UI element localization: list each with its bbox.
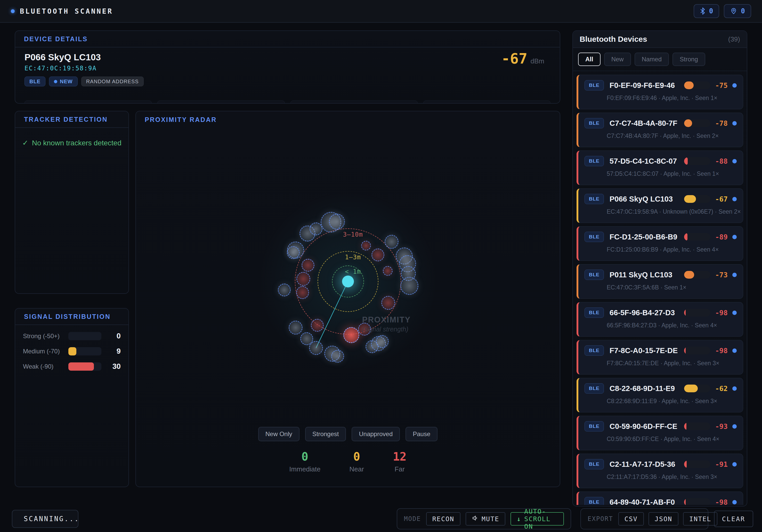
selected-device-name: P066 SkyQ LC103 — [25, 52, 551, 62]
radar-filter-unapproved[interactable]: Unapproved — [351, 427, 400, 441]
signal-strength-fill — [684, 157, 688, 165]
device-list-item[interactable]: BLEC7-C7-4B-4A-80-7F-78C7:C7:4B:4A:80:7F… — [576, 113, 743, 147]
device-name: FC-D1-25-00-B6-B9 — [610, 233, 677, 241]
device-name: C0-59-90-6D-FF-CE — [610, 422, 677, 431]
radar-device-dot[interactable] — [311, 319, 324, 332]
device-list[interactable]: BLEF0-EF-09-F6-E9-46-75F0:EF:09:F6:E9:46… — [573, 71, 747, 505]
device-list-item[interactable]: BLEFC-D1-25-00-B6-B9-89FC:D1:25:00:B6:B9… — [576, 226, 743, 261]
radar-canvas[interactable]: < 1m1–3m3–10mPROXIMITY(signal strength) — [136, 124, 560, 427]
radar-stat-label: Immediate — [289, 465, 320, 473]
radar-device-dot[interactable] — [302, 259, 314, 272]
device-list-item[interactable]: BLEC0-59-90-6D-FF-CE-93C0:59:90:6D:FF:CE… — [576, 416, 743, 450]
radar-device-dot[interactable] — [383, 266, 393, 276]
radar-device-dot[interactable] — [289, 321, 303, 335]
autoscroll-toggle[interactable]: ↓ AUTO-SCROLL ON — [510, 512, 564, 526]
device-badges: BLE NEW RANDOM ADDRESS — [25, 77, 551, 86]
radar-device-dot[interactable] — [385, 235, 399, 249]
radar-filter-new-only[interactable]: New Only — [258, 427, 299, 441]
device-rssi-value: -67 — [715, 195, 728, 203]
device-rssi-value: -73 — [715, 271, 728, 279]
radar-device-dot[interactable] — [296, 272, 310, 286]
device-list-item[interactable]: BLE64-89-40-71-AB-F0-9864:89:40:71:AB:F0… — [576, 492, 743, 505]
device-rssi-value: -78 — [715, 119, 728, 127]
device-subtitle: C0:59:90:6D:FF:CE · Apple, Inc. · Seen 4… — [607, 435, 737, 442]
ble-badge: BLE — [584, 497, 604, 505]
location-count: 0 — [741, 7, 745, 15]
mute-button[interactable]: MUTE — [466, 512, 505, 526]
ble-badge: BLE — [584, 421, 604, 432]
device-list-item[interactable]: BLEF7-8C-A0-15-7E-DE-98F7:8C:A0:15:7E:DE… — [576, 340, 743, 374]
device-active-dot-icon — [732, 83, 737, 88]
radar-device-dot[interactable] — [381, 296, 395, 310]
radar-device-dot[interactable] — [329, 214, 345, 230]
device-name: C2-11-A7-17-D5-36 — [610, 460, 675, 469]
mode-recon-button[interactable]: RECON — [426, 512, 460, 526]
radar-device-dot[interactable] — [358, 323, 371, 336]
signal-strength-bar — [684, 82, 711, 89]
device-list-item[interactable]: BLEC8-22-68-9D-11-E9-62C8:22:68:9D:11:E9… — [576, 378, 743, 412]
radar-controls: New OnlyStrongestUnapprovedPause 0Immedi… — [136, 427, 560, 487]
radar-device-dot[interactable] — [371, 248, 384, 261]
radar-stat-immediate: 0Immediate — [289, 450, 320, 473]
clear-button[interactable]: CLEAR — [714, 510, 753, 527]
bluetooth-count-badge[interactable]: 0 — [694, 4, 720, 18]
device-item-row: BLEC7-C7-4B-4A-80-7F-78 — [584, 118, 737, 128]
radar-stat-label: Far — [393, 465, 407, 473]
radar-device-dot[interactable] — [331, 350, 344, 363]
device-list-item[interactable]: BLE57-D5-C4-1C-8C-07-8857:D5:C4:1C:8C:07… — [576, 151, 743, 185]
tracker-status-text: No known trackers detected — [32, 139, 121, 147]
device-rssi-value: -93 — [715, 423, 728, 431]
device-fields: MANUFACTURER--TYPErandomSEEN1×RANGEunkno… — [25, 100, 551, 103]
device-item-row: BLEC2-11-A7-17-D5-36-91 — [584, 459, 737, 469]
export-intel-button[interactable]: INTEL — [683, 512, 718, 526]
tab-all[interactable]: All — [578, 53, 600, 66]
radar-stat-value: 0 — [289, 450, 320, 463]
radar-filter-buttons: New OnlyStrongestUnapprovedPause — [258, 427, 438, 441]
radar-filter-strongest[interactable]: Strongest — [305, 427, 346, 441]
device-rssi-value: -98 — [715, 309, 728, 317]
signal-strength-bar — [684, 460, 711, 468]
device-details-title: DEVICE DETAILS — [15, 31, 560, 47]
radar-device-dot[interactable] — [361, 241, 371, 250]
device-field-seen: SEEN1× — [290, 100, 418, 103]
radar-device-dot[interactable] — [287, 246, 300, 259]
device-active-dot-icon — [732, 159, 737, 164]
device-list-item[interactable]: BLEF0-EF-09-F6-E9-46-75F0:EF:09:F6:E9:46… — [576, 75, 743, 109]
radar-device-dot[interactable] — [309, 341, 323, 355]
device-subtitle: 66:5F:96:B4:27:D3 · Apple, Inc. · Seen 4… — [607, 322, 737, 329]
signal-row-bar — [68, 363, 101, 371]
export-json-button[interactable]: JSON — [648, 512, 678, 526]
device-details-panel: DEVICE DETAILS P066 SkyQ LC103 EC:47:0C:… — [15, 31, 560, 103]
ble-badge: BLE — [584, 383, 604, 394]
device-list-item[interactable]: BLEP011 SkyQ LC103-73EC:47:0C:3F:5A:6B ·… — [576, 264, 743, 299]
radar-device-dot[interactable] — [400, 277, 419, 295]
ble-badge: BLE — [584, 80, 604, 91]
signal-strength-bar — [684, 347, 711, 355]
tab-strong[interactable]: Strong — [672, 53, 705, 66]
ble-badge: BLE — [25, 77, 45, 86]
scanning-label: SCANNING... — [24, 515, 79, 523]
tab-named[interactable]: Named — [635, 53, 669, 66]
device-name: P011 SkyQ LC103 — [610, 271, 672, 279]
tab-new[interactable]: New — [604, 53, 631, 66]
signal-distribution-title: SIGNAL DISTRIBUTION — [15, 308, 128, 325]
export-csv-button[interactable]: CSV — [618, 512, 644, 526]
proximity-radar-panel: PROXIMITY RADAR < 1m1–3m3–10mPROXIMITY(s… — [135, 111, 560, 487]
radar-device-dot[interactable] — [343, 327, 359, 343]
scanning-status: SCANNING... — [12, 510, 78, 528]
radar-device-dot[interactable] — [296, 286, 309, 299]
signal-row-value: 9 — [116, 347, 121, 356]
device-list-item[interactable]: BLEC2-11-A7-17-D5-36-91C2:11:A7:17:D5:36… — [576, 454, 743, 488]
device-list-item[interactable]: BLE66-5F-96-B4-27-D3-9866:5F:96:B4:27:D3… — [576, 302, 743, 337]
signal-strength-fill — [684, 233, 687, 241]
radar-device-dot[interactable] — [376, 335, 389, 348]
radar-device-dot[interactable] — [278, 284, 291, 297]
location-count-badge[interactable]: 0 — [724, 4, 751, 18]
device-subtitle: F0:EF:09:F6:E9:46 · Apple, Inc. · Seen 1… — [607, 95, 737, 101]
radar-filter-pause[interactable]: Pause — [406, 427, 437, 441]
signal-strength-fill — [684, 82, 694, 89]
device-subtitle: C2:11:A7:17:D5:36 · Apple, Inc. · Seen 3… — [607, 474, 737, 481]
device-list-item[interactable]: BLEP066 SkyQ LC103-67EC:47:0C:19:58:9A ·… — [576, 188, 743, 223]
device-name: P066 SkyQ LC103 — [610, 195, 673, 203]
ble-badge: BLE — [584, 307, 604, 318]
